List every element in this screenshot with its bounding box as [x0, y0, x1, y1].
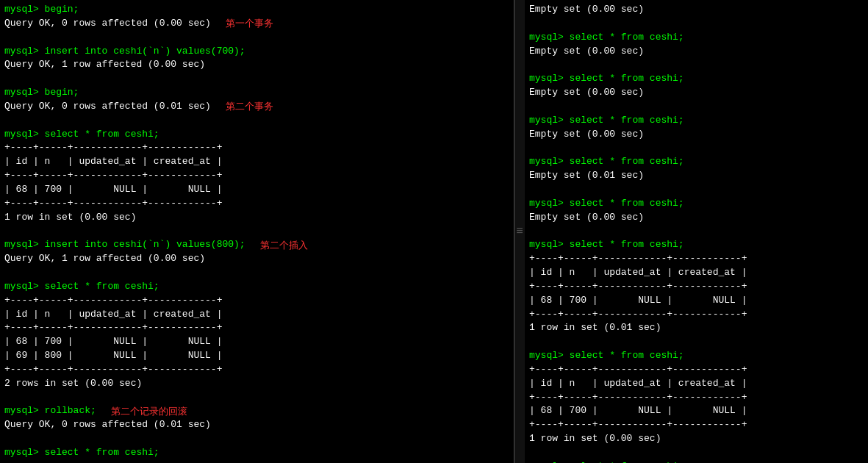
terminal-line: mysql> select * from ceshi;: [529, 238, 864, 252]
terminal-line: Query OK, 0 rows affected (0.00 sec)第一个事…: [4, 17, 509, 31]
terminal-line: +----+-----+------------+------------+: [529, 418, 864, 432]
terminal-line: +----+-----+------------+------------+: [4, 169, 509, 183]
terminal-line: mysql> begin;: [4, 3, 509, 17]
terminal-line: 1 row in set (0.01 sec): [529, 321, 864, 335]
terminal-line: Empty set (0.00 sec): [529, 3, 864, 17]
terminal-line: mysql> select * from ceshi;: [529, 72, 864, 86]
terminal-line: | id | n | updated_at | created_at |: [4, 155, 509, 169]
terminal-line: Query OK, 0 rows affected (0.01 sec): [4, 418, 509, 432]
terminal-line: | 68 | 700 | NULL | NULL |: [529, 404, 864, 418]
terminal-line: mysql> select * from ceshi;: [529, 349, 864, 363]
terminal-line: mysql> select * from ceshi;: [4, 446, 509, 460]
terminal-line: | 68 | 700 | NULL | NULL |: [4, 335, 509, 349]
terminal-line: +----+-----+------------+------------+: [529, 308, 864, 322]
terminal-line: | 68 | 700 | NULL | NULL |: [529, 294, 864, 308]
terminal-line: mysql> insert into ceshi(`n`) values(800…: [4, 238, 509, 252]
terminal-line: Empty set (0.00 sec): [529, 211, 864, 225]
terminal-line: mysql> select * from ceshi;: [529, 460, 864, 463]
terminal-line: +----+-----+------------+------------+: [4, 321, 509, 335]
terminal-line: | id | n | updated_at | created_at |: [529, 377, 864, 391]
terminal-line: | 69 | 800 | NULL | NULL |: [4, 349, 509, 363]
annotation-text: 第二个事务: [226, 100, 273, 113]
terminal-line: | 68 | 700 | NULL | NULL |: [4, 183, 509, 197]
terminal-line: +----+-----+------------+------------+: [529, 280, 864, 294]
annotation-text: 第二个记录的回滚: [111, 405, 187, 418]
terminal-line: Query OK, 1 row affected (0.00 sec): [4, 252, 509, 266]
terminal-line: +----+-----+------------+------------+: [4, 460, 509, 463]
terminal-line: mysql> begin;: [4, 86, 509, 100]
terminal-line: 1 row in set (0.00 sec): [4, 211, 509, 225]
terminal-line: | id | n | updated_at | created_at |: [4, 308, 509, 322]
pane-divider: ≡: [514, 0, 525, 463]
terminal-line: mysql> rollback;第二个记录的回滚: [4, 404, 509, 418]
terminal-line: mysql> insert into ceshi(`n`) values(700…: [4, 45, 509, 59]
terminal-line: +----+-----+------------+------------+: [529, 391, 864, 405]
annotation-text: 第一个事务: [226, 17, 273, 30]
terminal-line: mysql> select * from ceshi;: [529, 31, 864, 45]
terminal-line: Empty set (0.00 sec): [529, 86, 864, 100]
terminal-line: Query OK, 1 row affected (0.00 sec): [4, 58, 509, 72]
terminal-line: Empty set (0.00 sec): [529, 128, 864, 142]
terminal-line: +----+-----+------------+------------+: [4, 363, 509, 377]
terminal-line: Empty set (0.00 sec): [529, 45, 864, 59]
terminal-line: +----+-----+------------+------------+: [4, 197, 509, 211]
right-terminal-pane: Empty set (0.00 sec) mysql> select * fro…: [525, 0, 868, 463]
annotation-text: 第二个插入: [260, 239, 308, 252]
terminal-line: mysql> select * from ceshi;: [529, 114, 864, 128]
terminal-line: +----+-----+------------+------------+: [529, 252, 864, 266]
terminal-line: +----+-----+------------+------------+: [529, 363, 864, 377]
terminal-line: +----+-----+------------+------------+: [4, 141, 509, 155]
left-terminal-pane: mysql> begin;Query OK, 0 rows affected (…: [0, 0, 514, 463]
terminal-line: mysql> select * from ceshi;: [529, 155, 864, 169]
terminal-line: +----+-----+------------+------------+: [4, 294, 509, 308]
terminal-line: 2 rows in set (0.00 sec): [4, 377, 509, 391]
terminal-line: 1 row in set (0.00 sec): [529, 432, 864, 446]
terminal-line: Query OK, 0 rows affected (0.01 sec)第二个事…: [4, 100, 509, 114]
terminal-line: mysql> select * from ceshi;: [4, 128, 509, 142]
terminal-line: Empty set (0.01 sec): [529, 169, 864, 183]
terminal-line: mysql> select * from ceshi;: [4, 280, 509, 294]
terminal-line: | id | n | updated_at | created_at |: [529, 266, 864, 280]
terminal-line: mysql> select * from ceshi;: [529, 197, 864, 211]
